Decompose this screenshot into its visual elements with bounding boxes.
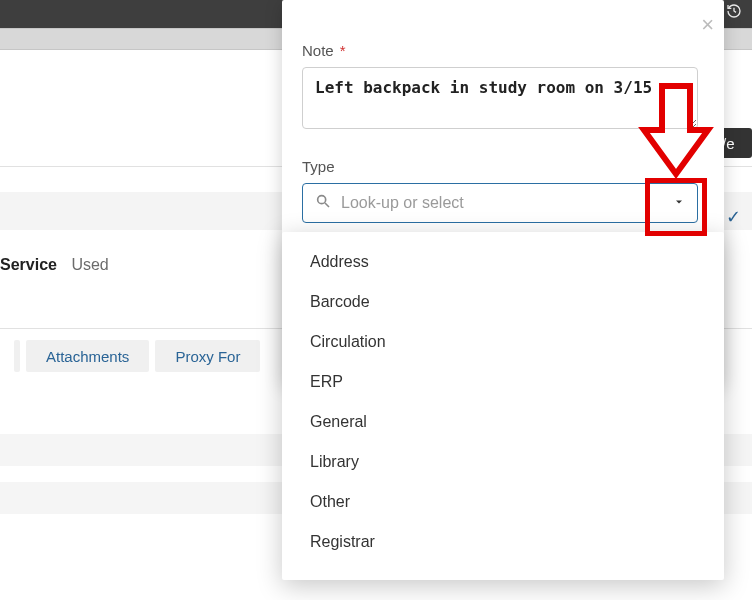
check-icon: ✓: [726, 206, 741, 228]
svg-line-6: [325, 203, 329, 207]
service-row: Service Used: [0, 256, 109, 274]
type-option-circulation[interactable]: Circulation: [282, 322, 724, 362]
type-option-library[interactable]: Library: [282, 442, 724, 482]
note-textarea[interactable]: [302, 67, 698, 129]
tab-proxy-for[interactable]: Proxy For: [155, 340, 260, 372]
type-label: Type: [302, 158, 698, 175]
tab-attachments[interactable]: Attachments: [26, 340, 149, 372]
type-option-general[interactable]: General: [282, 402, 724, 442]
service-label: Service: [0, 256, 57, 273]
tab-spacer: [14, 340, 20, 372]
svg-point-5: [318, 196, 326, 204]
type-option-other[interactable]: Other: [282, 482, 724, 522]
chevron-down-icon[interactable]: [673, 194, 685, 212]
type-option-registrar[interactable]: Registrar: [282, 522, 724, 562]
service-value: Used: [71, 256, 108, 273]
required-mark: *: [340, 42, 346, 59]
note-label: Note *: [302, 42, 698, 59]
search-icon: [315, 193, 331, 213]
close-icon[interactable]: ×: [701, 14, 714, 36]
type-input[interactable]: [341, 194, 697, 212]
type-option-barcode[interactable]: Barcode: [282, 282, 724, 322]
note-label-text: Note: [302, 42, 334, 59]
type-combo[interactable]: [302, 183, 698, 223]
history-icon[interactable]: [726, 3, 742, 23]
type-option-erp[interactable]: ERP: [282, 362, 724, 402]
type-dropdown: Address Barcode Circulation ERP General …: [282, 232, 724, 580]
tabs-row: Attachments Proxy For: [14, 340, 260, 372]
type-option-address[interactable]: Address: [282, 242, 724, 282]
